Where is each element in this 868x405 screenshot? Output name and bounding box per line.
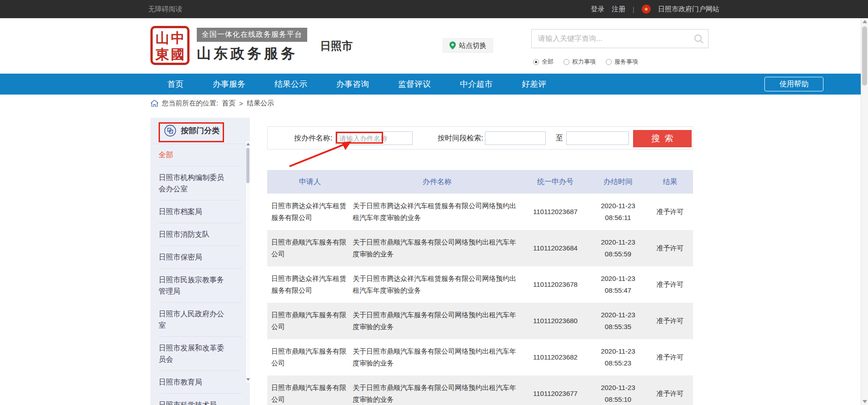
scope-power-label: 权力事项: [572, 58, 596, 66]
scroll-up-icon[interactable]: [246, 143, 250, 145]
scope-power[interactable]: 权力事项: [564, 58, 596, 66]
seal-char: 東: [155, 46, 170, 63]
sidebar-item-label: 日照市消防支队: [159, 229, 228, 240]
finish-clock: 08:55:10: [605, 394, 631, 405]
result-cell: 准予许可: [647, 303, 693, 339]
scrollbar-thumb[interactable]: [862, 26, 867, 85]
scope-service-label: 服务事项: [614, 58, 638, 66]
item-title-text: 关于日照市腾达众祥汽车租赁服务有限公司网络预约出租汽车年度审验的业务: [353, 200, 522, 224]
finish-time-cell: 2020-11-23 08:55:23: [589, 339, 647, 375]
table-row[interactable]: 日照市腾达众祥汽车租赁服务有限公司 关于日照市腾达众祥汽车租赁服务有限公司网络预…: [267, 194, 693, 230]
finish-time-cell: 2020-11-23 08:55:47: [589, 266, 647, 303]
apply-id-cell: 110112023682: [522, 339, 589, 375]
breadcrumb-home-link[interactable]: 首页: [222, 99, 235, 108]
applicant-text: 日照市鼎顺汽车服务有限公司: [271, 236, 352, 260]
location-pin-icon: [449, 41, 456, 50]
applicant-text: 日照市鼎顺汽车服务有限公司: [271, 345, 352, 369]
sidebar-item[interactable]: 日照市消防支队: [159, 223, 242, 246]
site-switch-button[interactable]: 站点切换: [443, 38, 493, 53]
applicant-cell: 日照市腾达众祥汽车租赁服务有限公司: [267, 266, 353, 303]
sidebar-item[interactable]: 日照市档案局: [159, 200, 242, 223]
result-cell: 准予许可: [647, 375, 693, 405]
shandong-seal-logo: 山 中 東 國: [150, 26, 190, 65]
table-header-row: 申请人 办件名称 统一申办号 办结时间 结果: [267, 170, 693, 194]
table-row[interactable]: 日照市鼎顺汽车服务有限公司 关于日照市鼎顺汽车服务有限公司网络预约出租汽车年度审…: [267, 375, 693, 405]
seal-char: 山: [155, 30, 170, 46]
seal-char: 中: [170, 30, 185, 46]
sidebar-item[interactable]: 日照市科学技术局: [159, 394, 242, 405]
time-end-input[interactable]: [566, 131, 629, 145]
applicant-cell: 日照市鼎顺汽车服务有限公司: [267, 230, 353, 266]
item-title-cell: 关于日照市鼎顺汽车服务有限公司网络预约出租汽车年度审验的业务: [353, 375, 522, 405]
finish-date: 2020-11-23: [601, 273, 635, 285]
sidebar-item[interactable]: 日照市发展和改革委员会: [159, 337, 242, 371]
help-button[interactable]: 使用帮助: [764, 77, 823, 91]
sidebar-item-all[interactable]: 全部: [159, 144, 242, 166]
login-link[interactable]: 登录: [591, 5, 604, 14]
search-button[interactable]: 搜索: [633, 130, 692, 147]
finish-time-cell: 2020-11-23 08:55:10: [589, 375, 647, 405]
applicant-cell: 日照市鼎顺汽车服务有限公司: [267, 339, 353, 375]
item-name-input[interactable]: [335, 131, 413, 145]
nav-item[interactable]: 办事咨询: [336, 79, 369, 90]
col-header-id: 统一申办号: [522, 170, 589, 194]
apply-id-cell: 110112023677: [522, 375, 589, 405]
sidebar-item-label: 日照市发展和改革委员会: [159, 342, 228, 365]
col-header-result: 结果: [647, 170, 693, 194]
seal-char: 國: [170, 46, 185, 63]
scope-service[interactable]: 服务事项: [606, 58, 638, 66]
breadcrumb: 您当前所在的位置: 首页 > 结果公示: [151, 99, 274, 108]
sidebar-item-label: 日照市人民政府办公室: [159, 308, 228, 331]
sidebar-item[interactable]: 日照市保密局: [159, 246, 242, 269]
topbar-right-group: 登录 注册 | ★ 日照市政府门户网站: [591, 0, 719, 18]
finish-date: 2020-11-23: [601, 309, 635, 321]
table-row[interactable]: 日照市鼎顺汽车服务有限公司 关于日照市鼎顺汽车服务有限公司网络预约出租汽车年度审…: [267, 230, 693, 266]
topbar-divider: |: [633, 5, 634, 13]
finish-date: 2020-11-23: [601, 382, 635, 394]
radio-selected-icon: [533, 59, 539, 65]
sidebar-item[interactable]: 日照市民族宗教事务管理局: [159, 269, 242, 303]
table-row[interactable]: 日照市腾达众祥汽车租赁服务有限公司 关于日照市腾达众祥汽车租赁服务有限公司网络预…: [267, 266, 693, 303]
item-title-text: 关于日照市鼎顺汽车服务有限公司网络预约出租汽车年度审验的业务: [353, 382, 522, 405]
department-sidebar: 按部门分类 全部 日照市机构编制委员会办公室 日照市档案局 日照市消防支队 日照…: [150, 118, 250, 405]
radio-icon: [564, 59, 569, 65]
register-link[interactable]: 注册: [612, 5, 625, 14]
sidebar-scrollbar[interactable]: [245, 141, 250, 382]
sidebar-item[interactable]: 日照市人民政府办公室: [159, 303, 242, 337]
search-scope-radios: 全部 权力事项 服务事项: [533, 58, 638, 66]
finish-clock: 08:55:59: [605, 248, 631, 260]
finish-date: 2020-11-23: [601, 236, 635, 248]
finish-date: 2020-11-23: [601, 345, 635, 357]
finish-time-cell: 2020-11-23 08:56:11: [589, 194, 647, 230]
scroll-down-icon[interactable]: [863, 400, 867, 403]
sidebar-header: 按部门分类: [150, 118, 250, 144]
search-icon[interactable]: [693, 34, 704, 45]
scroll-up-icon[interactable]: [863, 20, 867, 23]
site-title: 山东政务服务: [197, 44, 307, 63]
table-row[interactable]: 日照市鼎顺汽车服务有限公司 关于日照市鼎顺汽车服务有限公司网络预约出租汽车年度审…: [267, 339, 693, 375]
nav-item[interactable]: 首页: [167, 79, 184, 90]
applicant-cell: 日照市腾达众祥汽车租赁服务有限公司: [267, 194, 353, 230]
scrollbar-thumb[interactable]: [246, 148, 249, 183]
nav-item[interactable]: 好差评: [522, 79, 546, 90]
nav-item[interactable]: 办事服务: [213, 79, 245, 90]
nav-item[interactable]: 中介超市: [460, 79, 493, 90]
applicant-text: 日照市鼎顺汽车服务有限公司: [271, 309, 352, 333]
finish-time-cell: 2020-11-23 08:55:35: [589, 303, 647, 339]
table-row[interactable]: 日照市鼎顺汽车服务有限公司 关于日照市鼎顺汽车服务有限公司网络预约出租汽车年度审…: [267, 303, 693, 339]
scroll-down-icon[interactable]: [246, 378, 250, 381]
time-start-input[interactable]: [485, 131, 546, 145]
site-switch-label: 站点切换: [459, 41, 486, 50]
breadcrumb-separator: >: [239, 100, 243, 107]
sidebar-item[interactable]: 日照市教育局: [159, 371, 242, 394]
portal-site-link[interactable]: 日照市政府门户网站: [658, 5, 719, 14]
item-title-cell: 关于日照市腾达众祥汽车租赁服务有限公司网络预约出租汽车年度审验的业务: [353, 266, 522, 303]
table-body: 日照市腾达众祥汽车租赁服务有限公司 关于日照市腾达众祥汽车租赁服务有限公司网络预…: [267, 194, 693, 405]
page-scrollbar[interactable]: [861, 18, 868, 405]
nav-item[interactable]: 结果公示: [274, 79, 307, 90]
accessibility-link[interactable]: 无障碍阅读: [148, 0, 182, 18]
sidebar-item[interactable]: 日照市机构编制委员会办公室: [159, 166, 242, 200]
scope-all[interactable]: 全部: [533, 58, 554, 66]
nav-item[interactable]: 监督评议: [398, 79, 431, 90]
keyword-search-input[interactable]: [532, 30, 692, 48]
